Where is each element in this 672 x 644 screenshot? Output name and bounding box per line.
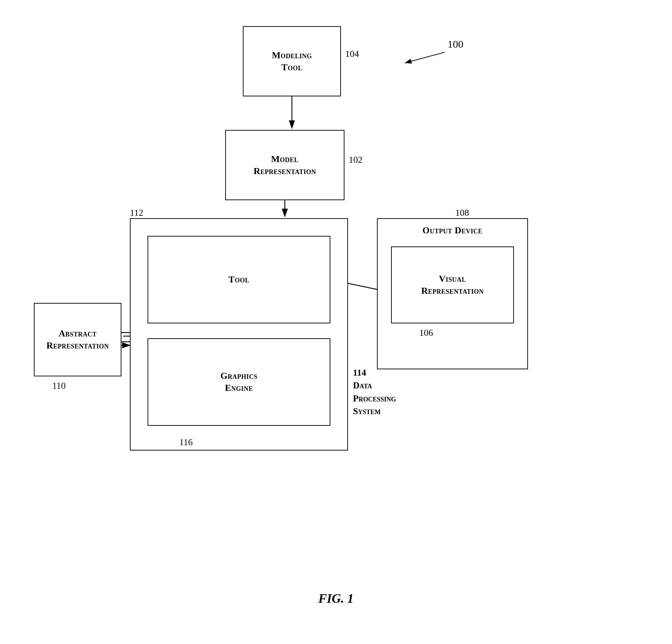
- abstract-representation-label: Abstract Representation: [46, 328, 109, 352]
- output-device-ref: 108: [455, 208, 469, 218]
- graphics-engine-label: Graphics Engine: [220, 370, 257, 394]
- svg-line-10: [405, 52, 445, 63]
- ref-100: 100: [448, 38, 463, 50]
- abstract-representation-box: Abstract Representation: [34, 303, 121, 376]
- figure-caption: FIG. 1: [0, 591, 672, 606]
- modeling-tool-label: Modeling Tool: [272, 49, 312, 73]
- modeling-tool-box: Modeling Tool: [243, 26, 341, 96]
- dps-ref-112: 112: [130, 208, 143, 218]
- visual-representation-ref: 106: [419, 328, 433, 338]
- tool-box: Tool: [148, 236, 330, 323]
- abstract-representation-ref: 110: [52, 381, 66, 391]
- model-representation-box: Model Representation: [225, 130, 344, 200]
- graphics-engine-box: Graphics Engine: [148, 338, 330, 426]
- diagram: Modeling Tool 104 Model Representation 1…: [0, 0, 672, 644]
- visual-representation-box: Visual Representation: [391, 246, 514, 323]
- modeling-tool-ref: 104: [345, 49, 359, 59]
- visual-representation-label: Visual Representation: [421, 273, 484, 297]
- output-device-label: Output Device: [422, 225, 482, 237]
- tool-label: Tool: [228, 274, 249, 286]
- model-representation-label: Model Representation: [253, 153, 316, 177]
- dps-label: 114DataProcessingSystem: [353, 366, 396, 418]
- model-representation-ref: 102: [349, 155, 362, 165]
- graphics-engine-ref: 116: [179, 437, 193, 448]
